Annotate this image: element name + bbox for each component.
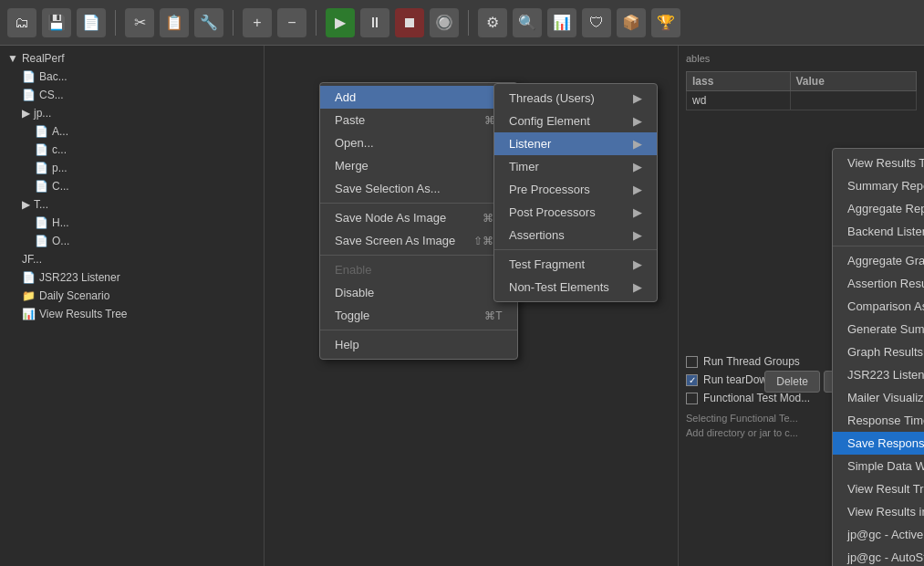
sidebar-item-view-results[interactable]: 📊 View Results Tree <box>0 305 264 323</box>
sidebar-item-label: CS... <box>39 89 64 101</box>
toolbar-copy-icon[interactable]: 📋 <box>160 8 189 37</box>
delete-button[interactable]: Delete <box>764 371 820 393</box>
sidebar-item-label: Daily Scenario <box>39 289 109 302</box>
listener-item-summary-report[interactable]: Summary Report <box>833 174 924 197</box>
panel-table-header-value: Value <box>790 72 917 91</box>
checkbox-label: Run Thread Groups <box>703 355 800 368</box>
listener-item-jpgc-active-threads[interactable]: jp@gc - Active Threads Over Time <box>833 523 924 546</box>
sidebar-item-o[interactable]: 📄 O... <box>0 232 264 250</box>
checkbox-icon[interactable]: ✓ <box>686 374 698 386</box>
table-cell-wd: wd <box>687 91 791 110</box>
menu-item-label: Non-Test Elements <box>509 280 609 294</box>
sidebar: ▼ RealPerf 📄 Bac... 📄 CS... ▶ jp... 📄 A.… <box>0 46 265 566</box>
sidebar-item-daily[interactable]: 📁 Daily Scenario <box>0 287 264 305</box>
menu-item-help[interactable]: Help <box>320 333 517 356</box>
submenu-item-assertions[interactable]: Assertions ▶ <box>494 224 657 246</box>
sidebar-item-a[interactable]: 📄 A... <box>0 122 264 141</box>
submenu-item-config[interactable]: Config Element ▶ <box>494 110 657 132</box>
submenu-item-post-processors[interactable]: Post Processors ▶ <box>494 201 657 224</box>
toolbar-pause-icon[interactable]: ⏸ <box>360 8 389 37</box>
menu-item-label: Assertions <box>509 228 565 242</box>
menu-item-toggle[interactable]: Toggle ⌘T <box>320 304 517 327</box>
sidebar-item-jp[interactable]: ▶ jp... <box>0 104 264 122</box>
toolbar-file-icon[interactable]: 🗂 <box>7 8 36 37</box>
sidebar-item-jf[interactable]: JF... <box>0 250 264 268</box>
listener-item-graph-results[interactable]: Graph Results <box>833 341 924 363</box>
toolbar-gear-icon[interactable]: ⚙ <box>478 8 507 37</box>
sidebar-item-label: RealPerf <box>22 52 65 65</box>
toolbar-new-icon[interactable]: 📄 <box>77 8 106 37</box>
listener-separator-1 <box>833 246 924 246</box>
checkbox-run-thread-groups[interactable]: Run Thread Groups <box>686 352 810 371</box>
sidebar-item-bac[interactable]: 📄 Bac... <box>0 68 264 86</box>
toolbar-separator-2 <box>233 10 234 36</box>
sidebar-item-p[interactable]: 📄 p... <box>0 159 264 177</box>
toolbar-search-icon[interactable]: 🔍 <box>513 8 542 37</box>
sidebar-item-c2[interactable]: 📄 C... <box>0 177 264 195</box>
menu-item-open[interactable]: Open... <box>320 131 517 154</box>
submenu-item-non-test[interactable]: Non-Test Elements ▶ <box>494 276 657 299</box>
toolbar-shield-icon[interactable]: 🛡 <box>582 8 611 37</box>
listener-item-mailer[interactable]: Mailer Visualizer <box>833 386 924 409</box>
toolbar-package-icon[interactable]: 📦 <box>617 8 646 37</box>
sidebar-item-t[interactable]: ▶ T... <box>0 195 264 214</box>
toolbar-cut-icon[interactable]: ✂ <box>125 8 154 37</box>
submenu-item-timer[interactable]: Timer ▶ <box>494 155 657 178</box>
listener-item-response-time-graph[interactable]: Response Time Graph <box>833 409 924 432</box>
listener-item-view-results-table[interactable]: View Results in Table <box>833 500 924 523</box>
menu-item-label: Assertion Results <box>847 277 924 290</box>
shortcut-label: ⌘T <box>484 309 502 322</box>
checkbox-icon[interactable] <box>686 393 698 404</box>
menu-item-save-node-image[interactable]: Save Node As Image ⌘G <box>320 206 517 229</box>
sidebar-item-c[interactable]: 📄 c... <box>0 141 264 159</box>
submenu-item-pre-processors[interactable]: Pre Processors ▶ <box>494 178 657 201</box>
menu-item-label: jp@gc - Active Threads Over Time <box>847 528 924 541</box>
listener-item-save-responses[interactable]: Save Responses to a file <box>833 432 924 455</box>
menu-item-label: Paste <box>335 113 365 127</box>
menu-item-label: Save Node As Image <box>335 211 446 225</box>
listener-item-jpgc-autostop[interactable]: jp@gc - AutoStop Listener <box>833 546 924 566</box>
toolbar-circle-icon[interactable]: 🔘 <box>430 8 459 37</box>
menu-item-label: Aggregate Graph <box>847 254 924 267</box>
listener-item-comparison-assertion[interactable]: Comparison Assertion Visualizer <box>833 295 924 318</box>
listener-item-simple-data[interactable]: Simple Data Writer <box>833 455 924 477</box>
listener-item-view-results-tree[interactable]: View Results Tree <box>833 152 924 174</box>
listener-item-view-result-http2[interactable]: View Result Tree Http2 <box>833 477 924 500</box>
toolbar-add-icon[interactable]: + <box>243 8 272 37</box>
sidebar-item-realperf[interactable]: ▼ RealPerf <box>0 49 264 68</box>
listener-item-aggregate-graph[interactable]: Aggregate Graph <box>833 249 924 272</box>
toolbar-trophy-icon[interactable]: 🏆 <box>651 8 680 37</box>
menu-item-label: Disable <box>335 286 374 299</box>
menu-container: Add ▶ Paste ⌘V Open... Merge Save Select… <box>319 82 518 360</box>
toolbar-stop-icon[interactable]: ⏹ <box>395 8 424 37</box>
arrow-icon: ▶ <box>633 205 642 219</box>
menu-item-label: Add <box>335 90 356 104</box>
menu-item-paste[interactable]: Paste ⌘V <box>320 109 517 131</box>
checkbox-icon[interactable] <box>686 356 698 368</box>
listener-item-aggregate-report[interactable]: Aggregate Report <box>833 197 924 220</box>
sidebar-item-jsr[interactable]: 📄 JSR223 Listener <box>0 268 264 287</box>
listener-item-jsr223[interactable]: JSR223 Listener <box>833 363 924 386</box>
menu-item-disable[interactable]: Disable <box>320 281 517 304</box>
sidebar-item-csv[interactable]: 📄 CS... <box>0 86 264 104</box>
menu-item-merge[interactable]: Merge <box>320 154 517 177</box>
submenu-item-test-fragment[interactable]: Test Fragment ▶ <box>494 253 657 276</box>
toolbar-play-icon[interactable]: ▶ <box>326 8 355 37</box>
toolbar-separator-3 <box>316 10 317 36</box>
toolbar-remove-icon[interactable]: − <box>277 8 306 37</box>
toolbar-save-icon[interactable]: 💾 <box>42 8 71 37</box>
menu-item-add[interactable]: Add ▶ <box>320 86 517 109</box>
listener-item-assertion-results[interactable]: Assertion Results <box>833 272 924 295</box>
sidebar-item-icon: 📄 <box>35 162 48 174</box>
sidebar-item-icon: 📁 <box>22 289 36 302</box>
submenu-item-threads[interactable]: Threads (Users) ▶ <box>494 87 657 110</box>
submenu-item-listener[interactable]: Listener ▶ <box>494 132 657 155</box>
menu-item-save-screen-image[interactable]: Save Screen As Image ⇧⌘G <box>320 229 517 252</box>
listener-item-generate-summary[interactable]: Generate Summary Results <box>833 318 924 341</box>
menu-item-label: View Results in Table <box>847 505 924 519</box>
toolbar-settings-icon[interactable]: 🔧 <box>194 8 223 37</box>
sidebar-item-h[interactable]: 📄 H... <box>0 214 264 232</box>
menu-item-save-selection[interactable]: Save Selection As... <box>320 177 517 200</box>
toolbar-chart-icon[interactable]: 📊 <box>547 8 576 37</box>
listener-item-backend-listener[interactable]: Backend Listener <box>833 220 924 243</box>
